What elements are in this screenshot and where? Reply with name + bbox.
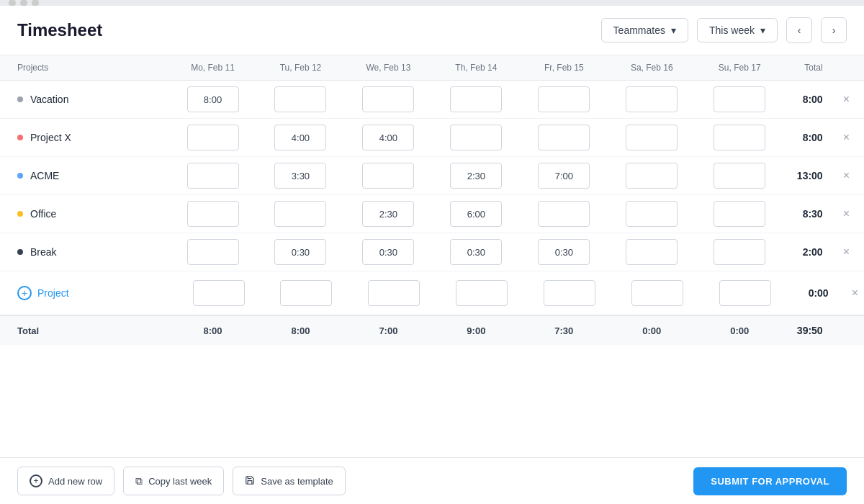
time-input-wed-row2[interactable] <box>362 163 414 189</box>
time-input-sat-row4[interactable] <box>626 239 678 265</box>
time-input-sun-row2[interactable] <box>714 163 765 189</box>
time-input-tue-row3[interactable] <box>274 201 326 227</box>
add-new-row-button[interactable]: + Add new row <box>17 467 114 495</box>
time-cell-mon <box>169 81 257 119</box>
add-row-input-thu[interactable] <box>456 280 508 306</box>
total-mon: 8:00 <box>169 315 257 345</box>
time-input-thu-row1[interactable] <box>450 125 502 150</box>
total-sat: 0:00 <box>608 315 696 345</box>
project-cell: Project X <box>0 123 169 152</box>
col-thu: Th, Feb 14 <box>432 55 520 81</box>
remove-row-button[interactable]: × <box>834 81 864 119</box>
project-cell: Vacation <box>0 85 169 114</box>
remove-row-button[interactable]: × <box>834 233 864 271</box>
time-input-mon-row1[interactable] <box>187 125 239 150</box>
time-input-sat-row1[interactable] <box>626 125 678 150</box>
add-row-input-wed[interactable] <box>368 280 420 306</box>
teammates-label: Teammates <box>613 24 665 36</box>
time-input-tue-row0[interactable] <box>274 86 326 112</box>
time-input-fri-row0[interactable] <box>538 86 590 112</box>
grand-total: 39:50 <box>783 315 834 345</box>
time-input-tue-row4[interactable] <box>274 239 326 265</box>
project-cell: Break <box>0 238 169 266</box>
time-input-fri-row3[interactable] <box>538 201 590 227</box>
time-input-fri-row4[interactable] <box>538 239 590 265</box>
time-cell-tue <box>256 119 344 157</box>
add-row-input-sat[interactable] <box>631 280 683 306</box>
time-cell-wed <box>344 157 432 195</box>
header: Timesheet Teammates ▾ This week ▾ ‹ › <box>0 6 864 55</box>
time-cell-sun <box>696 195 783 233</box>
time-input-sat-row0[interactable] <box>626 86 678 112</box>
remove-row-button[interactable]: × <box>834 119 864 157</box>
time-cell-tue <box>256 81 344 119</box>
time-cell-fri <box>520 233 608 271</box>
add-row-input-tue[interactable] <box>280 280 332 306</box>
time-cell-mon <box>169 157 257 195</box>
time-input-sun-row3[interactable] <box>714 201 765 227</box>
add-row-remove[interactable]: × <box>834 271 864 316</box>
row-total: 13:00 <box>783 157 834 195</box>
time-input-mon-row4[interactable] <box>187 239 239 265</box>
this-week-dropdown[interactable]: This week ▾ <box>697 18 778 42</box>
time-input-tue-row2[interactable] <box>274 163 326 189</box>
copy-icon: ⧉ <box>135 475 143 487</box>
time-cell-fri <box>520 157 608 195</box>
time-cell-sun <box>696 119 783 157</box>
time-input-thu-row3[interactable] <box>450 201 502 227</box>
footer-actions-left: + Add new row ⧉ Copy last week Save as t… <box>17 467 346 495</box>
add-row-time-sun <box>696 271 783 316</box>
submit-for-approval-button[interactable]: SUBMIT FOR APPROVAL <box>693 467 847 495</box>
time-input-thu-row4[interactable] <box>450 239 502 265</box>
project-cell: Office <box>0 199 169 228</box>
remove-row-button[interactable]: × <box>834 195 864 233</box>
copy-last-week-button[interactable]: ⧉ Copy last week <box>123 467 224 495</box>
time-input-mon-row0[interactable] <box>187 86 239 112</box>
add-row-input-mon[interactable] <box>193 280 245 306</box>
time-input-wed-row4[interactable] <box>362 239 414 265</box>
time-input-wed-row0[interactable] <box>362 86 414 112</box>
time-input-sun-row4[interactable] <box>714 239 765 265</box>
this-week-chevron-icon: ▾ <box>760 24 765 36</box>
add-row-input-sun[interactable] <box>719 280 771 306</box>
time-cell-tue <box>256 195 344 233</box>
add-row-input-fri[interactable] <box>544 280 595 306</box>
add-project-row: +Project0:00× <box>0 271 864 316</box>
time-input-wed-row3[interactable] <box>362 201 414 227</box>
add-row-time-thu <box>432 271 520 316</box>
remove-row-button[interactable]: × <box>834 157 864 195</box>
teammates-chevron-icon: ▾ <box>671 24 676 36</box>
time-input-fri-row2[interactable] <box>538 163 590 189</box>
time-input-sun-row1[interactable] <box>714 125 765 150</box>
add-row-time-mon <box>169 271 257 316</box>
table-row: Project X8:00× <box>0 119 864 157</box>
submit-label: SUBMIT FOR APPROVAL <box>711 476 829 487</box>
project-dot <box>17 249 23 255</box>
time-cell-mon <box>169 119 257 157</box>
prev-week-button[interactable]: ‹ <box>786 17 812 43</box>
time-input-mon-row2[interactable] <box>187 163 239 189</box>
time-input-sat-row2[interactable] <box>626 163 678 189</box>
time-input-tue-row1[interactable] <box>274 125 326 150</box>
total-fri: 7:30 <box>520 315 608 345</box>
add-project-button[interactable]: +Project <box>17 286 69 300</box>
time-input-sun-row0[interactable] <box>714 86 765 112</box>
time-input-sat-row3[interactable] <box>626 201 678 227</box>
time-input-thu-row0[interactable] <box>450 86 502 112</box>
project-cell: ACME <box>0 161 169 190</box>
col-sat: Sa, Feb 16 <box>608 55 696 81</box>
project-dot <box>17 135 23 140</box>
time-cell-thu <box>432 195 520 233</box>
time-input-thu-row2[interactable] <box>450 163 502 189</box>
time-input-wed-row1[interactable] <box>362 125 414 150</box>
time-cell-wed <box>344 119 432 157</box>
time-cell-mon <box>169 233 257 271</box>
teammates-dropdown[interactable]: Teammates ▾ <box>601 18 688 42</box>
time-input-fri-row1[interactable] <box>538 125 590 150</box>
save-template-button[interactable]: Save as template <box>233 467 345 495</box>
time-input-mon-row3[interactable] <box>187 201 239 227</box>
footer-bar: + Add new row ⧉ Copy last week Save as t… <box>0 457 864 504</box>
time-cell-thu <box>432 157 520 195</box>
next-week-button[interactable]: › <box>821 17 847 43</box>
page-title: Timesheet <box>17 20 102 40</box>
